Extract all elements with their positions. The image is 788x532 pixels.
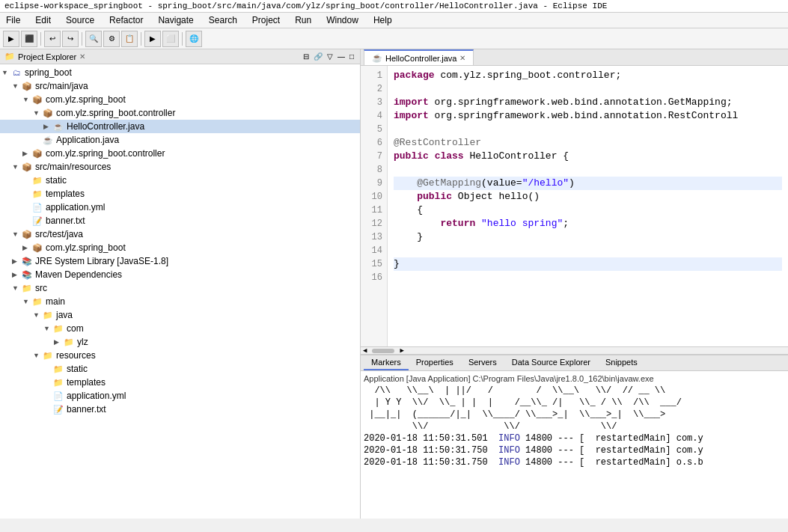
- menu-item-project[interactable]: Project: [249, 14, 283, 26]
- scroll-right-btn[interactable]: ▶: [397, 346, 406, 354]
- tree-item-java2[interactable]: ▼📁java: [0, 308, 360, 322]
- code-line-5: [394, 123, 782, 136]
- console-line: 2020-01-18 11:50:31.750 INFO 14800 --- […: [364, 456, 785, 468]
- line-num-15: 15: [365, 257, 382, 271]
- tree-arrow-com_ylz_spring_boot2[interactable]: ▶: [22, 244, 31, 251]
- console-output[interactable]: Application [Java Application] C:\Progra…: [361, 371, 788, 519]
- menu-item-refactor[interactable]: Refactor: [106, 14, 146, 26]
- toolbar-btn-5[interactable]: 🔍: [85, 31, 102, 47]
- toolbar-btn-8[interactable]: ▶: [144, 31, 161, 47]
- toolbar-btn-3[interactable]: ↩: [44, 31, 61, 47]
- menu-item-navigate[interactable]: Navigate: [155, 14, 196, 26]
- tree-arrow-com_ylz_spring_boot[interactable]: ▼: [22, 96, 31, 103]
- horizontal-scrollbar[interactable]: ◀ ▶: [361, 346, 788, 354]
- tree-arrow-com2[interactable]: ▼: [43, 325, 52, 332]
- tree-item-static2[interactable]: 📁static: [0, 362, 360, 376]
- toolbar-btn-1[interactable]: ▶: [3, 31, 19, 47]
- tree-label-main2: main: [46, 296, 65, 307]
- tree-item-src_main_resources[interactable]: ▼📦src/main/resources: [0, 160, 360, 174]
- tree-icon-main2: 📁: [31, 296, 43, 308]
- tree-item-ylz[interactable]: ▶📁ylz: [0, 335, 360, 349]
- tree-arrow-HelloController[interactable]: ▶: [43, 123, 52, 130]
- toolbar-btn-7[interactable]: 📋: [121, 31, 138, 47]
- code-area[interactable]: package com.ylz.spring_boot.controller; …: [388, 66, 788, 346]
- tree-item-src_main_java[interactable]: ▼📦src/main/java: [0, 79, 360, 93]
- scroll-left-btn[interactable]: ◀: [361, 346, 369, 354]
- minimize-btn[interactable]: —: [336, 52, 346, 61]
- line-num-13: 13: [365, 230, 382, 244]
- menu-item-file[interactable]: File: [3, 14, 23, 26]
- tree-label-resources2: resources: [56, 350, 96, 361]
- tree-arrow-src_main_resources[interactable]: ▼: [12, 163, 21, 171]
- tree-item-resources2[interactable]: ▼📁resources: [0, 349, 360, 362]
- menu-item-run[interactable]: Run: [292, 14, 314, 26]
- tree-item-banner_txt2[interactable]: 📝banner.txt: [0, 403, 360, 416]
- tree-arrow-java2[interactable]: ▼: [33, 311, 42, 319]
- tree-label-src2: src: [35, 283, 47, 293]
- code-line-7: public class HelloController {: [394, 150, 782, 163]
- tree-item-main2[interactable]: ▼📁main: [0, 295, 360, 308]
- toolbar-btn-10[interactable]: 🌐: [186, 31, 202, 47]
- toolbar-btn-9[interactable]: ⬜: [162, 31, 179, 47]
- tree-item-src2[interactable]: ▼📁src: [0, 281, 360, 295]
- tree-item-HelloController[interactable]: ▶☕HelloController.java: [0, 120, 360, 133]
- menu-item-help[interactable]: Help: [370, 14, 395, 26]
- menu-item-edit[interactable]: Edit: [32, 14, 54, 26]
- menu-item-search[interactable]: Search: [206, 14, 240, 26]
- tree-item-com_ylz_spring_boot_controller[interactable]: ▼📦com.ylz.spring_boot.controller: [0, 106, 360, 120]
- tree-arrow-maven_dependencies[interactable]: ▶: [12, 271, 21, 278]
- bottom-tab-snippets[interactable]: Snippets: [598, 355, 645, 370]
- bottom-tab-data-source-explorer[interactable]: Data Source Explorer: [504, 355, 598, 370]
- view-menu-btn[interactable]: ▽: [326, 52, 335, 61]
- line-num-3: 3: [365, 96, 382, 109]
- tree-arrow-com_ylz_spring_boot_controller[interactable]: ▼: [33, 109, 42, 117]
- tree-item-Application[interactable]: ☕Application.java: [0, 133, 360, 147]
- tree-arrow-src2[interactable]: ▼: [12, 284, 21, 292]
- tree-label-templates: templates: [46, 189, 85, 199]
- tree-label-static: static: [46, 175, 67, 186]
- console-line: 2020-01-18 11:50:31.750 INFO 14800 --- […: [364, 444, 785, 456]
- tree-arrow-ylz[interactable]: ▶: [54, 338, 63, 346]
- menu-item-source[interactable]: Source: [63, 14, 97, 26]
- tree-label-src_main_java: src/main/java: [35, 81, 88, 91]
- code-line-9: @GetMapping(value="/hello"): [394, 177, 782, 190]
- link-with-editor-btn[interactable]: 🔗: [312, 52, 324, 61]
- tree-item-com_ylz_spring_boot_controller2[interactable]: ▶📦com.ylz.spring_boot.controller: [0, 147, 360, 160]
- tree-item-src_test_java[interactable]: ▼📦src/test/java: [0, 227, 360, 241]
- toolbar-btn-4[interactable]: ↪: [62, 31, 79, 47]
- tree-item-templates2[interactable]: 📁templates: [0, 376, 360, 389]
- explorer-close-icon[interactable]: ✕: [79, 52, 85, 61]
- tree-arrow-main2[interactable]: ▼: [22, 298, 31, 305]
- maximize-btn[interactable]: □: [348, 52, 355, 61]
- tree-item-com_ylz_spring_boot2[interactable]: ▶📦com.ylz.spring_boot: [0, 241, 360, 254]
- tree-arrow-resources2[interactable]: ▼: [33, 352, 42, 359]
- tree-item-com2[interactable]: ▼📁com: [0, 322, 360, 335]
- tree-arrow-src_main_java[interactable]: ▼: [12, 82, 21, 90]
- tree-arrow-jre_system_library[interactable]: ▶: [12, 257, 21, 265]
- tree-item-com_ylz_spring_boot[interactable]: ▼📦com.ylz.spring_boot: [0, 93, 360, 106]
- tree-icon-HelloController: ☕: [52, 120, 64, 132]
- line-num-1: 1: [365, 69, 382, 82]
- tree-arrow-com_ylz_spring_boot_controller2[interactable]: ▶: [22, 150, 31, 157]
- tree-item-jre_system_library[interactable]: ▶📚JRE System Library [JavaSE-1.8]: [0, 254, 360, 268]
- tree-item-application_yml[interactable]: 📄application.yml: [0, 201, 360, 214]
- tree-item-spring_boot[interactable]: ▼🗂spring_boot: [0, 66, 360, 79]
- tree-item-maven_dependencies[interactable]: ▶📚Maven Dependencies: [0, 268, 360, 281]
- tree-arrow-src_test_java[interactable]: ▼: [12, 230, 21, 238]
- tree-item-templates[interactable]: 📁templates: [0, 187, 360, 201]
- menu-item-window[interactable]: Window: [323, 14, 361, 26]
- editor-content[interactable]: 12345678910111213141516 package com.ylz.…: [361, 66, 788, 346]
- collapse-all-btn[interactable]: ⊟: [302, 52, 311, 61]
- tree-item-static[interactable]: 📁static: [0, 174, 360, 187]
- toolbar-btn-2[interactable]: ⬛: [21, 31, 37, 47]
- editor-tab-HelloController[interactable]: ☕HelloController.java✕: [364, 49, 474, 65]
- bottom-tab-servers[interactable]: Servers: [461, 355, 504, 370]
- tree-item-banner_txt[interactable]: 📝banner.txt: [0, 214, 360, 227]
- scroll-thumb[interactable]: [372, 349, 394, 353]
- bottom-tab-markers[interactable]: Markers: [364, 355, 409, 370]
- tab-close-HelloController[interactable]: ✕: [459, 54, 465, 62]
- toolbar-btn-6[interactable]: ⚙: [103, 31, 120, 47]
- bottom-tab-properties[interactable]: Properties: [409, 355, 461, 370]
- tree-arrow-spring_boot[interactable]: ▼: [1, 69, 10, 76]
- tree-item-application_yml2[interactable]: 📄application.yml: [0, 389, 360, 403]
